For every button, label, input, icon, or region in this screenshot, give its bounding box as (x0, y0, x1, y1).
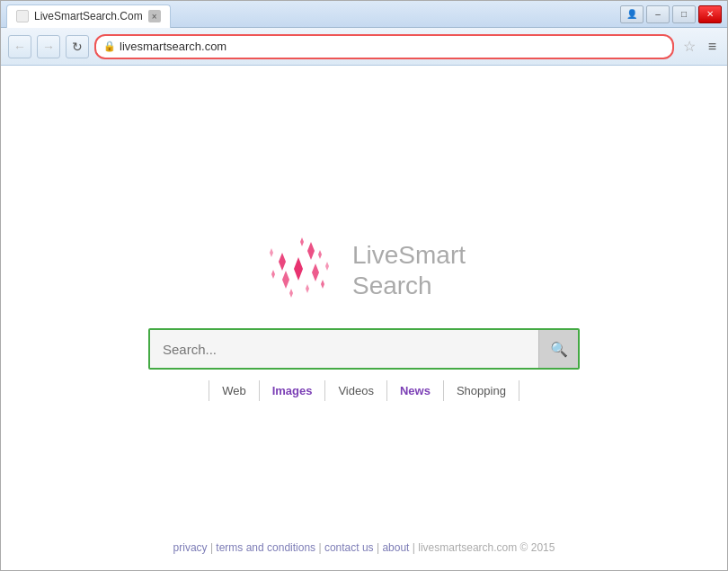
address-input[interactable] (120, 40, 665, 53)
close-button[interactable]: ✕ (698, 5, 722, 23)
tab-close-button[interactable]: × (148, 10, 161, 22)
svg-marker-3 (312, 263, 319, 281)
title-bar: LiveSmartSearch.Com × 👤 – □ ✕ (1, 1, 727, 28)
svg-marker-6 (318, 250, 322, 259)
logo-area: LiveSmart Search (262, 235, 466, 307)
svg-marker-2 (307, 242, 315, 260)
search-button[interactable]: 🔍 (538, 330, 578, 368)
footer-terms-link[interactable]: terms and conditions (216, 541, 315, 554)
svg-marker-11 (306, 284, 309, 293)
svg-marker-5 (300, 237, 304, 246)
footer-copyright: livesmartsearch.com © 2015 (418, 541, 555, 554)
footer-privacy-link[interactable]: privacy (173, 541, 208, 554)
search-nav-news[interactable]: News (387, 380, 444, 401)
svg-marker-4 (282, 271, 289, 289)
search-nav-videos[interactable]: Videos (325, 380, 387, 401)
logo-sparkles-icon (262, 235, 343, 307)
logo-text: LiveSmart Search (352, 240, 466, 300)
svg-marker-1 (279, 253, 286, 271)
search-nav-web[interactable]: Web (209, 380, 260, 401)
svg-marker-12 (270, 248, 273, 257)
svg-marker-10 (325, 262, 329, 271)
browser-tab[interactable]: LiveSmartSearch.Com × (6, 4, 171, 28)
tab-title: LiveSmartSearch.Com (34, 10, 143, 22)
search-nav: Web Images Videos News Shopping (209, 380, 519, 401)
tab-bar: LiveSmartSearch.Com × (6, 1, 620, 28)
navigation-bar: ← → ↻ 🔒 ☆ ≡ (1, 28, 727, 66)
address-bar: 🔒 (94, 34, 674, 59)
browser-window: LiveSmartSearch.Com × 👤 – □ ✕ ← → ↻ 🔒 ☆ … (0, 0, 728, 571)
search-nav-shopping[interactable]: Shopping (444, 380, 519, 401)
search-box: 🔍 (148, 328, 580, 370)
forward-button[interactable]: → (37, 35, 60, 58)
search-input[interactable] (150, 333, 538, 366)
footer-contact-link[interactable]: contact us (324, 541, 374, 554)
svg-marker-0 (294, 257, 303, 281)
svg-marker-8 (289, 289, 293, 298)
footer-about-link[interactable]: about (382, 541, 409, 554)
chrome-menu-icon[interactable]: ≡ (705, 39, 720, 55)
search-area: 🔍 Web Images Videos News Shopping (148, 328, 580, 401)
search-nav-images[interactable]: Images (260, 380, 326, 401)
search-icon: 🔍 (550, 341, 568, 358)
bookmark-star-icon[interactable]: ☆ (679, 38, 699, 55)
window-controls: 👤 – □ ✕ (620, 5, 722, 23)
back-button[interactable]: ← (8, 35, 31, 58)
restore-button[interactable]: □ (672, 5, 696, 23)
page-content: LiveSmart Search 🔍 Web Images Videos New… (1, 66, 727, 570)
address-lock-icon: 🔒 (103, 40, 116, 52)
user-accounts-button[interactable]: 👤 (620, 5, 644, 23)
svg-marker-9 (321, 280, 324, 289)
refresh-button[interactable]: ↻ (66, 35, 89, 58)
svg-marker-7 (271, 270, 275, 279)
tab-favicon (16, 10, 29, 22)
footer: privacy | terms and conditions | contact… (1, 541, 727, 554)
minimize-button[interactable]: – (646, 5, 670, 23)
